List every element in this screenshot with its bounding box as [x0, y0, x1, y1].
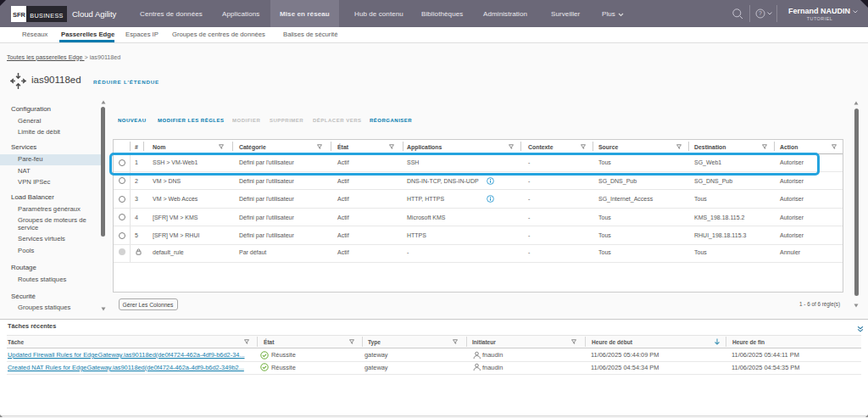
- svg-text:?: ?: [759, 10, 762, 16]
